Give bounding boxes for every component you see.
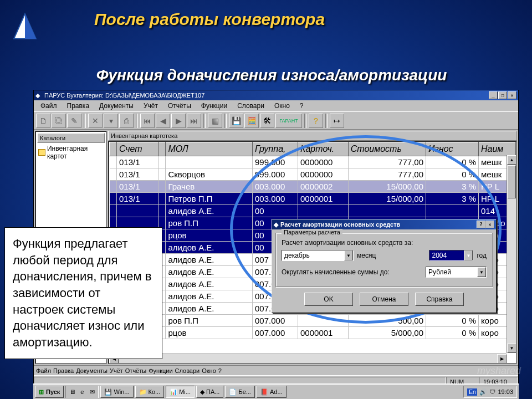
dialog-help-button[interactable]: ? bbox=[477, 221, 485, 228]
round-select[interactable]: Рублей ▼ bbox=[426, 267, 487, 278]
inner-menubar: Файл Правка Документы Учёт Отчёты Функци… bbox=[34, 365, 518, 375]
tool-next-icon[interactable]: ▶ bbox=[171, 114, 186, 128]
inner-menu-window[interactable]: Окно bbox=[202, 367, 216, 374]
tool-filter-icon[interactable]: ▾ bbox=[104, 114, 118, 128]
close-button[interactable]: ✕ bbox=[508, 91, 516, 99]
column-header[interactable]: МОЛ bbox=[166, 142, 253, 156]
ok-button[interactable]: OK bbox=[304, 293, 353, 306]
column-header[interactable] bbox=[158, 142, 166, 156]
task-item[interactable]: ◆ПА... bbox=[196, 386, 223, 398]
tool-calendar-icon[interactable]: ▦ bbox=[208, 114, 222, 128]
dialog-close-button[interactable]: ✕ bbox=[485, 221, 494, 228]
scroll-right-icon[interactable]: ▶ bbox=[497, 354, 507, 364]
inner-menu-reports[interactable]: Отчёты bbox=[125, 367, 146, 374]
inner-menu-documents[interactable]: Документы bbox=[76, 367, 108, 374]
chevron-down-icon[interactable]: ▼ bbox=[464, 250, 473, 260]
table-row[interactable]: 013/1999.0000000000777,000 %мешк bbox=[110, 156, 516, 168]
tray-icon[interactable]: 🔊 bbox=[479, 388, 487, 396]
column-header[interactable]: Счет bbox=[116, 142, 158, 156]
column-header[interactable]: Группа, bbox=[253, 142, 298, 156]
inner-menu-functions[interactable]: Функции bbox=[149, 367, 172, 374]
windows-icon: ⊞ bbox=[39, 388, 44, 396]
scroll-down-icon[interactable]: ▼ bbox=[507, 344, 516, 353]
tool-garant-icon[interactable]: ГАРАНТ bbox=[275, 114, 302, 128]
ql-outlook-icon[interactable]: ✉ bbox=[88, 387, 96, 396]
menu-reports[interactable]: Отчёты bbox=[163, 101, 196, 111]
task-item[interactable]: 📄Бе... bbox=[225, 386, 255, 398]
menu-accounting[interactable]: Учёт bbox=[139, 101, 162, 111]
cancel-button[interactable]: Отмена bbox=[360, 293, 408, 306]
dialog-icon: ◆ bbox=[274, 221, 278, 228]
ql-desktop-icon[interactable]: 🖥 bbox=[68, 387, 76, 396]
panel-header: Инвентарная картотека bbox=[108, 131, 517, 141]
quick-launch: 🖥 e ✉ bbox=[65, 386, 99, 398]
menu-file[interactable]: Файл bbox=[36, 101, 62, 111]
vertical-scrollbar[interactable]: ▲ ▼ bbox=[507, 155, 516, 353]
year-select[interactable]: 2004 ▼ bbox=[429, 250, 473, 261]
column-header[interactable]: Стоимость bbox=[348, 142, 426, 156]
maximize-button[interactable]: ❐ bbox=[498, 91, 507, 99]
inner-menu-accounting[interactable]: Учёт bbox=[110, 367, 123, 374]
dialog-title: Расчет амортизации основных средств bbox=[280, 221, 477, 228]
tool-tools-icon[interactable]: 🛠 bbox=[260, 114, 274, 128]
inner-menu-file[interactable]: Файл bbox=[36, 367, 51, 374]
task-item[interactable]: 💾Win... bbox=[100, 386, 133, 398]
table-row[interactable]: ров П.П007.000500,000 %коро bbox=[110, 315, 516, 327]
chevron-down-icon[interactable]: ▼ bbox=[344, 250, 353, 260]
tool-help-icon[interactable]: ? bbox=[309, 114, 323, 128]
tool-edit-icon[interactable]: ✎ bbox=[67, 114, 81, 128]
inner-menu-dictionaries[interactable]: Словари bbox=[175, 367, 200, 374]
column-header[interactable] bbox=[110, 142, 117, 156]
slide-subtitle: Функция доначисления износа/амортизации bbox=[33, 66, 510, 84]
tool-print-icon[interactable]: ⎙ bbox=[119, 114, 134, 128]
tool-last-icon[interactable]: ⏭ bbox=[187, 114, 201, 128]
help-button[interactable]: Справка bbox=[415, 293, 464, 306]
table-row[interactable]: алидов А.Е.00014 bbox=[110, 205, 516, 217]
sidebar-item-inventory[interactable]: Инвентарная картот bbox=[37, 144, 105, 161]
column-header[interactable]: Износ bbox=[426, 142, 479, 156]
task-item[interactable]: 📊Mi... bbox=[166, 386, 195, 398]
ql-ie-icon[interactable]: e bbox=[78, 387, 86, 396]
tool-exit-icon[interactable]: ↦ bbox=[330, 114, 344, 128]
scroll-thumb[interactable] bbox=[508, 165, 516, 198]
callout-text: Функция предлагает любой период для дона… bbox=[4, 227, 162, 359]
task-item[interactable]: 📁Ко... bbox=[135, 386, 165, 398]
menu-documents[interactable]: Документы bbox=[95, 101, 138, 111]
table-row[interactable]: рцов007.00000000015/000,000 %коро bbox=[110, 327, 516, 339]
amortization-dialog: ◆ Расчет амортизации основных средств ? … bbox=[272, 219, 497, 313]
table-row[interactable]: 013/1Грачев003.000000000215/000,003 %HP … bbox=[110, 181, 516, 193]
month-select[interactable]: декабрь ▼ bbox=[282, 250, 354, 261]
table-row[interactable]: 013/1Скворцов999.0000000000777,000 %мешк bbox=[110, 168, 516, 181]
tool-calc-icon[interactable]: 🧮 bbox=[244, 114, 259, 128]
menu-help[interactable]: ? bbox=[295, 101, 308, 111]
tool-copy-icon[interactable]: ⿻ bbox=[52, 114, 66, 128]
start-button[interactable]: ⊞ Пуск bbox=[35, 386, 64, 398]
menu-dictionaries[interactable]: Словари bbox=[233, 101, 269, 111]
column-header[interactable]: Карточ. bbox=[298, 142, 349, 156]
tool-new-icon[interactable]: 🗋 bbox=[36, 114, 50, 128]
tray-clock: 19:03 bbox=[498, 388, 513, 395]
tool-prev-icon[interactable]: ◀ bbox=[156, 114, 170, 128]
menu-edit[interactable]: Правка bbox=[63, 101, 94, 111]
column-header[interactable]: Наим bbox=[479, 142, 516, 156]
tray-lang-indicator[interactable]: En bbox=[467, 388, 477, 396]
inner-menu-help[interactable]: ? bbox=[218, 367, 222, 374]
tray-icon[interactable]: 🛡 bbox=[489, 388, 495, 395]
window-title: ПАРУС Бухгалтерия: D:\БАЗЫ\ДЕМОБАЗА\БЮДЖ… bbox=[44, 92, 489, 99]
table-row[interactable]: 013/1Петров П.П003.000000000115/000,003 … bbox=[110, 193, 516, 205]
folder-icon bbox=[38, 149, 45, 156]
inner-menu-edit[interactable]: Правка bbox=[53, 367, 74, 374]
month-value: декабрь bbox=[282, 252, 344, 259]
scroll-up-icon[interactable]: ▲ bbox=[507, 155, 516, 165]
minimize-button[interactable]: _ bbox=[489, 91, 498, 99]
tool-delete-icon[interactable]: ✕ bbox=[88, 114, 103, 128]
sidebar-header: Каталоги bbox=[37, 133, 105, 143]
tool-first-icon[interactable]: ⏮ bbox=[140, 114, 155, 128]
chevron-down-icon[interactable]: ▼ bbox=[477, 267, 486, 277]
task-item[interactable]: 📕Ad... bbox=[257, 386, 287, 398]
horizontal-scrollbar[interactable]: ◀ ▶ bbox=[109, 354, 507, 363]
tool-save-icon[interactable]: 💾 bbox=[229, 114, 243, 128]
menu-functions[interactable]: Функции bbox=[197, 101, 232, 111]
app-icon: ◆ bbox=[35, 92, 42, 99]
menu-window[interactable]: Окно bbox=[270, 101, 294, 111]
